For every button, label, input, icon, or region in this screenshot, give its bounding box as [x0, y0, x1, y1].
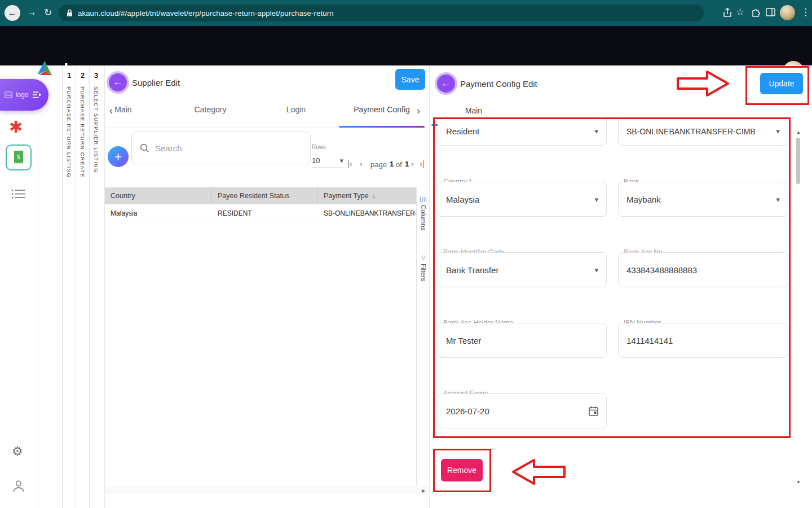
first-page-icon: |‹: [347, 159, 352, 168]
collapse-sidebar-icon: [32, 90, 42, 99]
side-panel-button[interactable]: [766, 8, 775, 19]
akaun-logo-icon: [36, 60, 53, 76]
column-header-payee-resident-status[interactable]: Payee Resident Status: [212, 187, 318, 204]
resident-select[interactable]: Resident ▾: [438, 117, 607, 146]
remove-button[interactable]: Remove: [441, 459, 483, 481]
share-button[interactable]: [722, 7, 732, 20]
payment-panel-title: Payment Config Edit: [460, 79, 537, 89]
calendar-icon: [589, 406, 598, 416]
browser-forward-button[interactable]: →: [27, 7, 37, 18]
address-bar[interactable]: akaun.cloud/#/applet/tnt/wavelet/erp/pur…: [59, 5, 704, 21]
receipt-dollar-icon: $: [13, 150, 24, 165]
cell-country: Malaysia: [105, 209, 212, 217]
plus-icon: +: [114, 150, 122, 164]
field-value: 1411414141: [626, 336, 673, 345]
broken-image-icon: [5, 91, 12, 99]
app-header: akaun: [0, 26, 812, 65]
horizontal-scrollbar[interactable]: ▶: [105, 487, 430, 494]
bank-acc-holder-name-input[interactable]: Mr Tester: [438, 323, 607, 358]
scroll-down-icon: ▼: [796, 480, 801, 485]
step-tab-purchase-return-listing[interactable]: 1 PURCHASE RETURN LISTING: [62, 65, 76, 508]
step-number: 1: [67, 71, 71, 80]
red-asterisk-icon: ✱: [9, 117, 23, 137]
search-icon: [140, 143, 149, 153]
last-page-button[interactable]: ›|: [420, 159, 424, 168]
field-value: 2026-07-20: [446, 406, 489, 416]
back-arrow-icon: ←: [442, 78, 451, 89]
gear-icon: ⚙: [12, 444, 23, 459]
of-word: of: [396, 160, 402, 169]
tab-label: Login: [286, 105, 306, 114]
column-header-country[interactable]: Country: [105, 187, 212, 204]
search-input[interactable]: [155, 143, 296, 153]
star-icon: ☆: [736, 7, 744, 17]
bookmark-button[interactable]: ☆: [736, 6, 744, 18]
scroll-down-button[interactable]: ▼: [796, 480, 801, 485]
first-page-button[interactable]: |‹: [347, 159, 352, 168]
browser-profile-avatar[interactable]: [780, 5, 795, 20]
sidebar-applet-receipt[interactable]: $: [6, 144, 32, 170]
bank-identifier-code-select[interactable]: Bank Transfer ▾: [438, 252, 607, 287]
browser-menu-button[interactable]: ⋮: [801, 6, 810, 18]
chevron-left-icon: ‹: [109, 105, 113, 116]
step-number: 2: [81, 71, 85, 80]
page-current: 1: [390, 160, 394, 168]
sidebar-applet-red[interactable]: ✱: [9, 117, 23, 137]
payment-type-select[interactable]: SB-ONLINEBANKTRANSFER-CIMB ▾: [618, 117, 788, 146]
tabs-scroll-left[interactable]: ‹: [109, 105, 113, 117]
ibn-number-input[interactable]: 1411414141: [618, 323, 788, 358]
tab-main[interactable]: Main: [114, 105, 138, 128]
sidebar-logo-text: logo: [16, 91, 29, 99]
add-payment-config-button[interactable]: +: [108, 146, 129, 167]
last-page-icon: ›|: [420, 159, 424, 168]
extensions-button[interactable]: [751, 7, 761, 20]
tab-payment-config[interactable]: Payment Config: [339, 105, 425, 128]
scroll-up-icon: ▲: [796, 130, 801, 135]
prev-page-button[interactable]: ‹: [360, 159, 363, 168]
table-header: Country Payee Resident Status Payment Ty…: [105, 187, 416, 204]
prev-page-icon: ‹: [360, 159, 363, 168]
country-select[interactable]: Malaysia ▾: [438, 182, 607, 217]
payment-config-back-button[interactable]: ←: [435, 72, 457, 95]
refresh-icon: ↻: [44, 7, 52, 18]
puzzle-icon: [751, 7, 761, 17]
supplier-back-button[interactable]: ←: [107, 71, 129, 94]
step-number: 3: [94, 71, 98, 80]
settings-button[interactable]: ⚙: [12, 444, 23, 459]
page-total: 1: [405, 160, 409, 168]
rows-per-page-select[interactable]: 10 ▾: [312, 154, 343, 168]
next-page-button[interactable]: ›: [411, 159, 414, 168]
browser-refresh-button[interactable]: ↻: [44, 7, 52, 19]
field-value: Malaysia: [446, 195, 479, 204]
back-icon: ←: [8, 8, 17, 18]
column-label: Country: [111, 192, 135, 200]
url-text: akaun.cloud/#/applet/tnt/wavelet/erp/pur…: [78, 9, 334, 17]
person-icon: [12, 479, 25, 493]
dropdown-caret-icon: ▾: [594, 127, 598, 135]
step-tab-select-supplier-listing[interactable]: 3 SELECT SUPPLIER LISTING: [89, 65, 103, 508]
step-label: PURCHASE RETURN CREATE: [80, 86, 86, 178]
tab-category[interactable]: Category: [167, 105, 253, 128]
scroll-up-button[interactable]: ▲: [796, 130, 801, 135]
payment-config-edit-panel: ← Payment Config Edit Update Main Reside…: [429, 65, 812, 508]
tab-login[interactable]: Login: [253, 105, 339, 128]
tabbar-divider: [105, 128, 430, 128]
profile-button[interactable]: [12, 479, 25, 493]
page-word: page: [370, 160, 387, 169]
save-button[interactable]: Save: [395, 69, 425, 90]
sidebar-list-menu[interactable]: [11, 189, 26, 199]
filters-tool[interactable]: ▽ Filters: [417, 255, 430, 281]
column-header-payment-type[interactable]: Payment Type ↓: [318, 187, 416, 204]
account-expiry-input[interactable]: 2026-07-20: [438, 393, 607, 428]
update-button[interactable]: Update: [760, 73, 803, 94]
tabs-scroll-right[interactable]: ›: [417, 105, 420, 117]
browser-back-button[interactable]: ←: [5, 5, 20, 21]
vertical-scrollbar-thumb[interactable]: [796, 138, 800, 184]
bank-select[interactable]: Maybank ▾: [618, 182, 788, 217]
columns-tool[interactable]: |||| Columns: [417, 196, 430, 230]
bank-acc-no-input[interactable]: 433843488888883: [618, 252, 788, 287]
table-row[interactable]: Malaysia RESIDENT SB-ONLINEBANKTRANSFER-…: [105, 204, 416, 222]
sidebar-logo-pill[interactable]: logo: [0, 79, 48, 111]
field-value: Maybank: [626, 195, 661, 204]
step-tab-purchase-return-create[interactable]: 2 PURCHASE RETURN CREATE: [76, 65, 89, 508]
